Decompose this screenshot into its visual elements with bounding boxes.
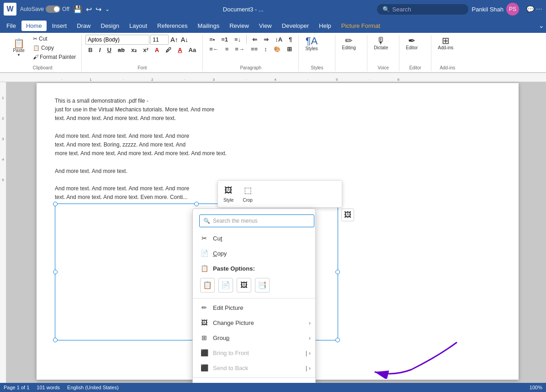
handle-top-left[interactable] — [53, 202, 58, 206]
avatar: PS — [506, 3, 519, 16]
autosave-toggle[interactable] — [46, 5, 60, 13]
paste-option-3[interactable]: 🖼 — [237, 278, 251, 293]
menu-layout[interactable]: Layout — [125, 21, 152, 31]
sort-button[interactable]: ↕A — [272, 35, 285, 44]
text-effects-button[interactable]: A — [152, 46, 162, 54]
menu-help[interactable]: Help — [314, 21, 336, 31]
superscript-button[interactable]: x² — [140, 46, 151, 54]
decrease-indent-button[interactable]: ⇐ — [249, 35, 260, 44]
align-left-button[interactable]: ≡← — [207, 45, 222, 53]
editing-icon: ✏ — [345, 36, 353, 45]
ctx-link[interactable]: 🔗 Link — [193, 380, 315, 383]
align-row: ≡← ≡ ≡→ ≡≡ ↕ 🎨 ⊞ — [207, 45, 294, 53]
numbering-button[interactable]: ≡1 — [218, 35, 231, 44]
styles-button[interactable]: ¶A Styles — [302, 35, 320, 52]
menu-references[interactable]: References — [153, 21, 192, 31]
line-spacing-button[interactable]: ↕ — [261, 45, 270, 53]
show-marks-button[interactable]: ¶ — [286, 35, 295, 44]
copy-button[interactable]: 📋 Copy — [31, 44, 78, 52]
menu-review[interactable]: Review — [225, 21, 254, 31]
font-format-row: B I U ab x₂ x² A 🖊 A Aa — [85, 46, 199, 54]
menu-developer[interactable]: Developer — [277, 21, 313, 31]
menu-draw[interactable]: Draw — [72, 21, 95, 31]
separator-2 — [193, 377, 315, 378]
menu-design[interactable]: Design — [96, 21, 124, 31]
handle-middle-left[interactable] — [53, 270, 58, 274]
share-icon[interactable]: ⋯ — [536, 5, 542, 13]
ctx-group[interactable]: ⊞ Group › — [193, 330, 315, 345]
autosave-group: AutoSave Off — [20, 5, 69, 13]
handle-bottom-middle[interactable] — [194, 338, 199, 342]
menu-mailings[interactable]: Mailings — [193, 21, 224, 31]
handle-bottom-right[interactable] — [335, 338, 340, 342]
ctx-send-to-back[interactable]: ⬛ Send to Back | › — [193, 361, 315, 376]
ctx-bring-to-front[interactable]: ⬛ Bring to Front | › — [193, 345, 315, 361]
shading-button[interactable]: 🎨 — [271, 45, 283, 53]
subscript-button[interactable]: x₂ — [128, 46, 139, 54]
ctx-change-picture[interactable]: 🖼 Change Picture › — [193, 315, 315, 330]
multilevel-button[interactable]: ≡↓ — [232, 35, 244, 44]
paste-icon: 📋 — [13, 39, 25, 48]
font-size-input[interactable] — [150, 35, 169, 45]
search-container: 🔍 Search the menus — [193, 211, 315, 231]
bold-button[interactable]: B — [85, 46, 95, 54]
editing-button[interactable]: ✏ Editing — [339, 35, 359, 52]
font-color-button[interactable]: A — [175, 46, 185, 54]
dictate-button[interactable]: 🎙 Dictate — [371, 35, 391, 52]
strikethrough-button[interactable]: ab — [115, 46, 127, 54]
comments-icon[interactable]: 💬 — [526, 5, 534, 13]
format-painter-button[interactable]: 🖌 Format Painter — [31, 53, 78, 61]
menu-home[interactable]: Home — [21, 21, 47, 31]
ctx-copy[interactable]: 📄 Copy — [193, 246, 315, 261]
paste-dropdown[interactable]: ▼ — [17, 53, 21, 57]
collapse-ribbon-icon[interactable]: ⌄ — [539, 22, 544, 29]
save-icon[interactable]: 💾 — [73, 5, 82, 14]
search-box[interactable]: 🔍 Search — [377, 4, 468, 15]
align-right-button[interactable]: ≡→ — [232, 45, 247, 53]
italic-button[interactable]: I — [96, 46, 104, 54]
styles-label: Styles — [311, 64, 323, 71]
cut-icon: ✂ — [33, 36, 37, 42]
menu-view[interactable]: View — [254, 21, 276, 31]
ctx-cut[interactable]: ✂ Cut — [193, 231, 315, 246]
borders-button[interactable]: ⊞ — [284, 45, 295, 53]
addins-button[interactable]: ⊞ Add-ins — [435, 35, 456, 52]
aa-button[interactable]: Aa — [186, 46, 199, 54]
document-area: · 1 · 2 · 3 · 4 · 5 · 6 1 2 3 4 5 This i… — [0, 73, 546, 383]
paste-button[interactable]: 📋 Paste ▼ — [7, 37, 30, 58]
paste-option-1[interactable]: 📋 — [200, 278, 215, 293]
handle-top-middle[interactable] — [194, 202, 199, 206]
cut-button[interactable]: ✂ Cut — [31, 35, 78, 43]
addins-label: Add-ins — [440, 64, 455, 71]
menu-picture-format[interactable]: Picture Format — [337, 21, 385, 31]
underline-button[interactable]: U — [104, 46, 114, 54]
more-commands-icon[interactable]: ⌄ — [105, 6, 110, 12]
selection-box: 🖼 🖼 Style ⬚ Crop 🔍 Search the m — [55, 204, 338, 340]
handle-middle-right[interactable] — [335, 270, 340, 274]
menu-file[interactable]: File — [2, 21, 21, 31]
editor-button[interactable]: ✒ Editor — [403, 35, 420, 52]
redo-icon[interactable]: ↪ — [95, 5, 101, 14]
menu-insert[interactable]: Insert — [48, 21, 72, 31]
font-name-input[interactable] — [85, 35, 149, 45]
paste-label: Paste — [13, 48, 25, 53]
search-menu-icon: 🔍 — [203, 217, 210, 225]
paste-option-4[interactable]: 📑 — [255, 278, 270, 293]
picture-layout-button[interactable]: 🖼 — [341, 209, 354, 221]
grow-font-icon[interactable]: A↑ — [170, 35, 179, 44]
word-count: 101 words — [37, 385, 60, 390]
undo-icon[interactable]: ↩ — [86, 5, 92, 14]
addins-icon: ⊞ — [442, 36, 450, 45]
paste-option-2[interactable]: 📄 — [218, 278, 233, 293]
bullets-button[interactable]: ≡• — [207, 35, 217, 44]
handle-top-right[interactable] — [335, 202, 340, 206]
ctx-search-box[interactable]: 🔍 Search the menus — [199, 214, 314, 227]
shrink-font-icon[interactable]: A↓ — [180, 35, 189, 44]
justify-button[interactable]: ≡≡ — [248, 45, 260, 53]
ctx-copy-label: Copy — [213, 249, 227, 258]
ctx-edit-picture[interactable]: ✏ Edit Picture — [193, 300, 315, 315]
highlight-button[interactable]: 🖊 — [163, 46, 174, 54]
handle-bottom-left[interactable] — [53, 338, 58, 342]
align-center-button[interactable]: ≡ — [223, 45, 232, 53]
increase-indent-button[interactable]: ⇒ — [261, 35, 271, 44]
